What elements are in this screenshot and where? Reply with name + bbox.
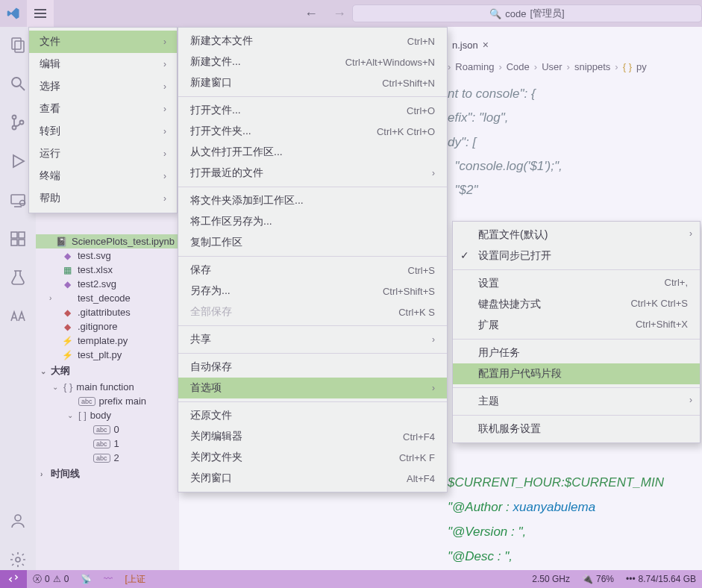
battery-status[interactable]: 🔌76% (576, 574, 620, 584)
explorer-icon[interactable] (7, 34, 28, 55)
outline-item[interactable]: ⌄[ ]body (36, 408, 179, 422)
settings-gear-icon[interactable] (7, 549, 28, 570)
status-bar: ⓧ0⚠0 📡 〰 [上证 2.50 GHz 🔌76% •••8.74/15.64… (0, 570, 702, 588)
pref-menu-item[interactable]: 配置文件(默认)› (453, 225, 700, 245)
svg-point-14 (15, 515, 21, 521)
pref-menu-item[interactable]: 扩展Ctrl+Shift+X (453, 315, 700, 336)
app-menu-button[interactable] (27, 0, 54, 27)
ports-status[interactable]: 📡 (75, 574, 98, 584)
timeline-section-header[interactable]: ›时间线 (36, 465, 179, 483)
svg-point-2 (12, 78, 21, 87)
editor-tab[interactable]: n.json× (448, 39, 493, 51)
file-menu-item[interactable]: 将工作区另存为... (178, 211, 447, 232)
title-bar: ← → 🔍 code [管理员] (0, 0, 702, 27)
error-icon: ⓧ (33, 573, 42, 586)
outline-item[interactable]: abc0 (36, 422, 179, 437)
live-status[interactable]: 〰 (98, 574, 119, 584)
source-control-icon[interactable] (7, 112, 28, 133)
file-menu-item[interactable]: 共享› (178, 329, 447, 350)
extensions-icon[interactable] (7, 228, 28, 249)
menu-item-运行[interactable]: 运行› (29, 143, 177, 165)
file-menu-item[interactable]: 关闭窗口Alt+F4 (178, 468, 447, 489)
menu-item-文件[interactable]: 文件› (29, 31, 177, 53)
file-menu-item[interactable]: 新建文件...Ctrl+Alt+Windows+N (178, 51, 447, 72)
menu-item-帮助[interactable]: 帮助› (29, 187, 177, 210)
svg-point-4 (13, 116, 16, 119)
search-activity-icon[interactable] (7, 73, 28, 94)
outline-item[interactable]: abc1 (36, 437, 179, 451)
file-menu-item[interactable]: 从文件打开工作区... (178, 142, 447, 163)
outline-item[interactable]: ⌄{ }main function (36, 380, 179, 394)
file-menu-item[interactable]: 打开最近的文件› (178, 163, 447, 184)
problems-status[interactable]: ⓧ0⚠0 (27, 573, 75, 586)
file-menu-item[interactable]: 自动保存 (178, 357, 447, 378)
file-item[interactable]: ▦test.xlsx (36, 263, 179, 277)
file-menu-item[interactable]: 打开文件...Ctrl+O (178, 100, 447, 121)
file-menu-item[interactable]: 关闭文件夹Ctrl+K F (178, 447, 447, 468)
testing-icon[interactable] (7, 267, 28, 288)
code-content-lower: $CURRENT_HOUR:$CURRENT_MIN"@Author : xua… (448, 470, 664, 569)
file-item[interactable]: ⚡test_plt.py (36, 348, 179, 362)
outline-item[interactable]: abc2 (36, 451, 179, 465)
svg-line-3 (20, 86, 25, 90)
file-menu-item[interactable]: 还原文件 (178, 405, 447, 426)
svg-point-5 (13, 126, 16, 130)
command-center-search[interactable]: 🔍 code [管理员] (352, 4, 702, 22)
file-item[interactable]: ◆.gitignore (36, 319, 179, 334)
file-menu-item[interactable]: 首选项› (178, 378, 447, 398)
outline-item[interactable]: abcprefix main (36, 394, 179, 408)
file-item[interactable]: 📓SciencePlots_test.ipynb (36, 234, 179, 248)
svg-rect-10 (11, 232, 17, 238)
menu-item-终端[interactable]: 终端› (29, 165, 177, 187)
nav-forward-button[interactable]: → (328, 2, 351, 25)
preferences-submenu: 配置文件(默认)›✓设置同步已打开设置Ctrl+,键盘快捷方式Ctrl+K Ct… (452, 221, 701, 443)
pref-menu-item[interactable]: ✓设置同步已打开 (453, 245, 700, 266)
file-menu-item[interactable]: 另存为...Ctrl+Shift+S (178, 281, 447, 301)
file-menu-item[interactable]: 将文件夹添加到工作区... (178, 190, 447, 211)
pref-menu-item[interactable]: 设置Ctrl+, (453, 273, 700, 294)
menu-item-选择[interactable]: 选择› (29, 75, 177, 98)
pref-menu-item[interactable]: 主题› (453, 391, 700, 412)
file-item[interactable]: ◆test.svg (36, 248, 179, 263)
memory-status[interactable]: •••8.74/15.64 GB (620, 574, 702, 584)
file-item[interactable]: ◆.gitattributes (36, 305, 179, 319)
accounts-icon[interactable] (7, 510, 28, 531)
search-icon: 🔍 (489, 8, 501, 19)
pref-menu-item[interactable]: 键盘快捷方式Ctrl+K Ctrl+S (453, 294, 700, 315)
menu-item-编辑[interactable]: 编辑› (29, 53, 177, 75)
warning-icon: ⚠ (53, 574, 61, 584)
cpu-status[interactable]: 2.50 GHz (526, 574, 576, 584)
nav-back-button[interactable]: ← (300, 2, 322, 25)
svg-rect-13 (19, 232, 25, 238)
pref-menu-item[interactable]: 用户任务 (453, 343, 700, 363)
svg-rect-7 (11, 195, 25, 204)
stock-status[interactable]: [上证 (119, 573, 151, 586)
breadcrumb[interactable]: ›Roaming›Code›User›snippets› { }py (448, 61, 647, 72)
menu-item-转到[interactable]: 转到› (29, 120, 177, 143)
code-content: nt to console": { efix": "log", dy": [ "… (448, 82, 562, 202)
file-menu-item[interactable]: 复制工作区 (178, 232, 447, 253)
close-icon[interactable]: × (483, 39, 489, 51)
pref-menu-item[interactable]: 联机服务设置 (453, 419, 700, 440)
file-menu-item[interactable]: 新建窗口Ctrl+Shift+N (178, 72, 447, 93)
file-menu-item[interactable]: 新建文本文件Ctrl+N (178, 31, 447, 51)
remote-indicator[interactable] (0, 570, 27, 588)
plug-icon: 🔌 (582, 574, 593, 584)
file-item[interactable]: ◆test2.svg (36, 277, 179, 291)
run-debug-icon[interactable] (7, 151, 28, 172)
svg-rect-0 (12, 38, 21, 49)
file-menu-item[interactable]: 打开文件夹...Ctrl+K Ctrl+O (178, 121, 447, 142)
svg-rect-11 (11, 240, 17, 245)
jupyter-icon[interactable] (7, 306, 28, 327)
svg-point-15 (16, 557, 20, 562)
outline-section-header[interactable]: ⌄大纲 (36, 362, 179, 380)
main-menu: 文件›编辑›选择›查看›转到›运行›终端›帮助› (28, 27, 178, 213)
file-menu-item[interactable]: 关闭编辑器Ctrl+F4 (178, 426, 447, 447)
file-menu-item[interactable]: 保存Ctrl+S (178, 260, 447, 281)
svg-rect-12 (19, 240, 25, 245)
file-item[interactable]: ⚡template.py (36, 334, 179, 348)
remote-explorer-icon[interactable] (7, 190, 28, 210)
menu-item-查看[interactable]: 查看› (29, 98, 177, 120)
pref-menu-item[interactable]: 配置用户代码片段 (453, 363, 700, 384)
folder-item[interactable]: ›test_decode (36, 291, 179, 305)
